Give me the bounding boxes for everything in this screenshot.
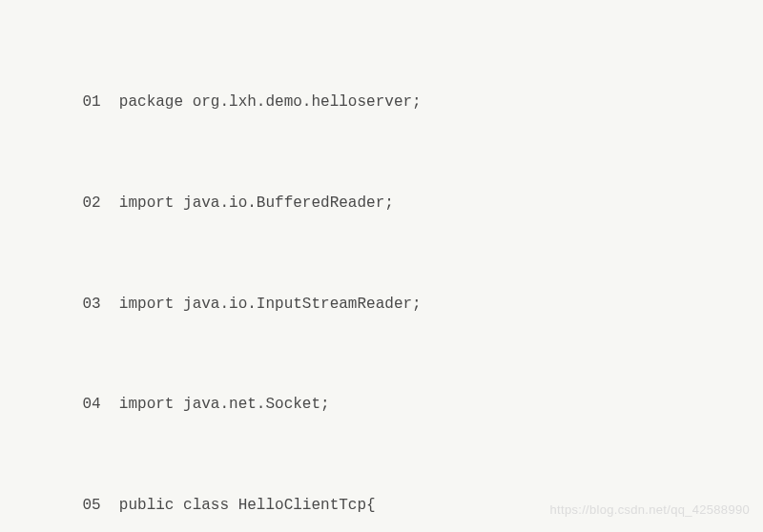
code-block: 01 package org.lxh.demo.helloserver; 02 … bbox=[0, 19, 763, 532]
code-line: 01 package org.lxh.demo.helloserver; bbox=[0, 86, 763, 119]
code-line: 03 import java.io.InputStreamReader; bbox=[0, 288, 763, 321]
code-line: 04 import java.net.Socket; bbox=[0, 388, 763, 421]
code-line: 02 import java.io.BufferedReader; bbox=[0, 187, 763, 220]
watermark-text: https://blog.csdn.net/qq_42588990 bbox=[550, 497, 750, 524]
